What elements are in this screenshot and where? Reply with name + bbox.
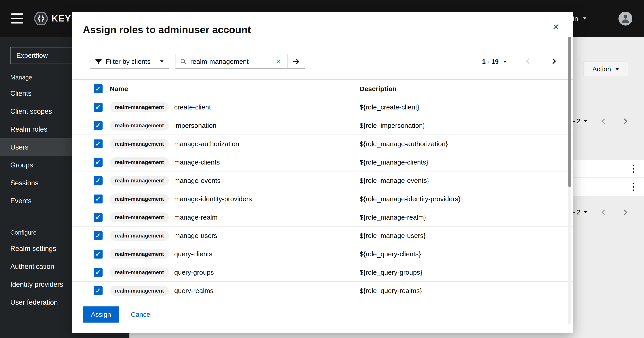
search-icon (180, 58, 187, 65)
client-badge: realm-management (110, 176, 169, 186)
row-checkbox[interactable]: ✓ (94, 194, 102, 204)
chevron-down-icon (503, 61, 506, 62)
close-icon[interactable]: ✕ (552, 23, 559, 31)
column-header-description: Description (360, 85, 560, 93)
check-icon: ✓ (95, 140, 101, 147)
filter-dropdown-label: Filter by clients (106, 58, 150, 65)
filter-by-clients-dropdown[interactable]: Filter by clients (90, 54, 169, 69)
row-checkbox[interactable]: ✓ (94, 158, 102, 167)
row-checkbox[interactable]: ✓ (94, 231, 102, 240)
check-icon: ✓ (95, 177, 101, 184)
check-icon: ✓ (95, 232, 101, 239)
role-name: manage-identity-providers (174, 195, 252, 203)
table-header-row: ✓ Name Description (72, 80, 573, 98)
check-icon: ✓ (95, 214, 101, 221)
hamburger-menu-icon[interactable] (11, 14, 23, 24)
role-name-cell: realm-management query-realms (110, 286, 360, 296)
role-name: manage-authorization (174, 140, 239, 148)
role-description: ${role_impersonation} (360, 122, 560, 130)
search-submit-button[interactable] (287, 54, 305, 69)
check-icon: ✓ (95, 288, 101, 294)
modal-toolbar: Filter by clients ✕ (83, 54, 557, 69)
role-name-cell: realm-management manage-events (110, 176, 360, 186)
roles-table-body: ✓ realm-management create-client ${role_… (72, 98, 573, 300)
check-icon: ✓ (95, 86, 101, 92)
row-checkbox[interactable]: ✓ (94, 103, 102, 112)
client-badge: realm-management (110, 102, 169, 112)
role-name-cell: realm-management manage-identity-provide… (110, 194, 360, 204)
role-name-cell: realm-management create-client (110, 102, 360, 112)
filter-funnel-icon (96, 58, 102, 65)
check-icon: ✓ (95, 122, 101, 129)
row-checkbox[interactable]: ✓ (94, 250, 102, 258)
screen: Action - 2 - 2 (0, 0, 644, 338)
role-description: ${role_query-realms} (360, 287, 560, 294)
clear-search-icon[interactable]: ✕ (275, 58, 282, 65)
role-name-cell: realm-management query-groups (110, 268, 360, 277)
row-checkbox[interactable]: ✓ (94, 140, 102, 148)
pagination-range-fragment: - 2 (573, 208, 580, 216)
column-header-name: Name (110, 85, 360, 93)
modal-scrollbar-track[interactable] (568, 37, 571, 324)
action-dropdown-label: Action (592, 65, 611, 73)
cancel-button[interactable]: Cancel (131, 311, 152, 318)
client-badge: realm-management (110, 249, 169, 259)
user-avatar-icon (620, 14, 630, 24)
role-description: ${role_manage-realm} (360, 214, 560, 221)
role-name: manage-clients (174, 158, 220, 166)
avatar[interactable] (618, 12, 632, 26)
keycloak-logo-icon (34, 11, 48, 26)
role-description: ${role_manage-identity-providers} (360, 195, 560, 203)
client-badge: realm-management (110, 157, 169, 167)
search-input[interactable] (190, 58, 271, 65)
roles-table: ✓ Name Description ✓ realm-management cr… (72, 80, 573, 300)
table-row: ✓ realm-management manage-realm ${role_m… (72, 208, 573, 226)
role-description: ${role_create-client} (360, 104, 560, 111)
modal-scrollbar-thumb[interactable] (568, 37, 571, 187)
chevron-right-icon (550, 58, 556, 64)
table-row: ✓ realm-management manage-clients ${role… (72, 153, 573, 172)
table-row: ✓ realm-management manage-identity-provi… (72, 190, 573, 208)
modal-footer: Assign Cancel (83, 306, 152, 322)
role-description: ${role_query-groups} (360, 268, 560, 276)
row-checkbox[interactable]: ✓ (94, 121, 102, 130)
pagination-range-dropdown[interactable]: 1 - 19 (482, 58, 507, 65)
check-icon: ✓ (95, 104, 101, 110)
role-name-cell: realm-management manage-users (110, 231, 360, 241)
kebab-menu-icon[interactable] (631, 182, 636, 192)
client-badge: realm-management (110, 139, 169, 149)
check-icon: ✓ (95, 196, 101, 202)
action-dropdown-button[interactable]: Action (584, 62, 628, 77)
check-icon: ✓ (95, 251, 101, 258)
row-checkbox[interactable]: ✓ (94, 268, 102, 277)
role-name-cell: realm-management manage-authorization (110, 139, 360, 149)
chevron-left-icon[interactable] (602, 118, 607, 124)
role-name: query-groups (174, 268, 214, 276)
pagination-next-button[interactable] (549, 57, 557, 66)
table-row: ✓ realm-management manage-authorization … (72, 135, 573, 153)
role-name: impersonation (174, 122, 216, 130)
role-name: query-realms (174, 287, 214, 294)
role-name-cell: realm-management manage-realm (110, 212, 360, 222)
chevron-down-icon[interactable] (584, 120, 587, 122)
assign-roles-modal: Assign roles to adminuser account ✕ Filt… (72, 12, 573, 333)
chevron-left-icon[interactable] (602, 210, 607, 215)
chevron-down-icon (583, 18, 586, 20)
chevron-down-icon[interactable] (584, 211, 587, 213)
row-checkbox[interactable]: ✓ (94, 176, 102, 185)
row-checkbox[interactable]: ✓ (94, 213, 102, 222)
table-row: ✓ realm-management impersonation ${role_… (72, 116, 573, 135)
background-pagination: - 2 (573, 208, 626, 216)
select-all-checkbox[interactable]: ✓ (94, 84, 102, 93)
role-name-cell: realm-management query-clients (110, 249, 360, 259)
chevron-right-icon[interactable] (622, 118, 627, 124)
chevron-right-icon[interactable] (622, 210, 627, 215)
pagination-prev-button[interactable] (525, 57, 533, 66)
kebab-menu-icon[interactable] (631, 163, 636, 174)
assign-button[interactable]: Assign (83, 306, 119, 322)
modal-pagination: 1 - 19 (482, 57, 557, 66)
role-name: manage-events (174, 177, 220, 184)
row-checkbox[interactable]: ✓ (94, 286, 102, 295)
check-icon: ✓ (95, 269, 101, 276)
client-badge: realm-management (110, 212, 169, 222)
